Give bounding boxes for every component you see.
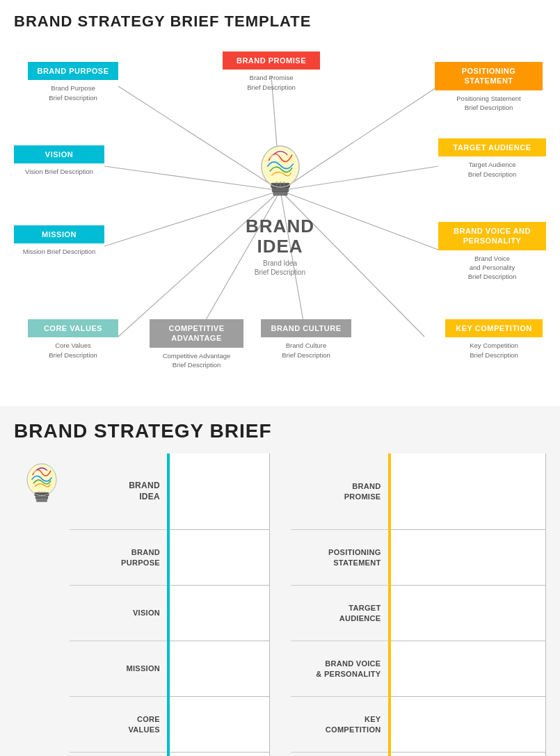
right-cell-positioning — [391, 530, 547, 586]
key-competition-label: KEY COMPETITION — [445, 319, 543, 337]
brand-promise-desc: Brand PromiseBrief Description — [223, 73, 320, 92]
right-label-key-competition: KEYCOMPETITION — [291, 697, 388, 753]
vision-desc: Vision Brief Description — [14, 167, 104, 176]
svg-point-19 — [269, 154, 279, 161]
bottom-section: BRAND STRATEGY BRIEF — [0, 406, 560, 756]
core-values-desc: Core ValuesBrief Description — [28, 341, 118, 360]
positioning-desc: Positioning StatementBrief Description — [435, 94, 543, 113]
left-label-brand-purpose: BRANDPURPOSE — [70, 530, 167, 586]
brand-purpose-desc: Brand PurposeBrief Description — [28, 83, 118, 102]
brand-voice-desc: Brand Voiceand PersonalityBrief Descript… — [438, 254, 546, 282]
brand-culture-desc: Brand CultureBrief Description — [261, 341, 351, 360]
right-cell-brand-promise — [391, 453, 547, 530]
brand-voice-label: BRAND VOICE AND PERSONALITY — [438, 222, 546, 250]
brief-table: BRANDIDEA BRANDPURPOSE VISION MISSION CO… — [14, 453, 546, 756]
brief-left-content — [167, 453, 270, 756]
left-cell-core-values — [170, 697, 270, 753]
svg-point-28 — [33, 470, 40, 476]
brief-left-half: BRANDIDEA BRANDPURPOSE VISION MISSION CO… — [14, 453, 270, 756]
brief-right-half: BRANDPROMISE POSITIONINGSTATEMENT TARGET… — [291, 453, 547, 756]
satellite-brand-voice: BRAND VOICE AND PERSONALITY Brand Voicea… — [438, 222, 546, 281]
bottom-title: BRAND STRATEGY BRIEF — [14, 420, 546, 442]
core-values-label: CORE VALUES — [28, 319, 118, 337]
satellite-competitive-advantage: COMPETITIVE ADVANTAGE Competitive Advant… — [150, 319, 243, 369]
brand-purpose-label: BRAND PURPOSE — [28, 62, 118, 80]
satellite-vision: VISION Vision Brief Description — [14, 145, 104, 177]
left-label-brand-culture: BRANDCULTURE — [70, 753, 167, 756]
vision-label: VISION — [14, 145, 104, 163]
satellite-positioning: POSITIONING STATEMENT Positioning Statem… — [435, 62, 543, 112]
page-main-title: BRAND STRATEGY BRIEF TEMPLATE — [14, 13, 546, 31]
left-label-core-values: COREVALUES — [70, 697, 167, 753]
satellite-brand-promise: BRAND PROMISE Brand PromiseBrief Descrip… — [223, 51, 320, 92]
brand-culture-label: BRAND CULTURE — [261, 319, 351, 337]
bulb-column — [14, 453, 70, 756]
satellite-core-values: CORE VALUES Core ValuesBrief Description — [28, 319, 118, 360]
brand-idea-desc: Brand Idea Brief Description — [225, 259, 336, 277]
competitive-label: COMPETITIVE ADVANTAGE — [150, 319, 243, 348]
positioning-label: POSITIONING STATEMENT — [435, 62, 543, 90]
target-label: TARGET AUDIENCE — [438, 138, 546, 156]
svg-rect-22 — [35, 496, 48, 499]
right-label-brand-promise: BRANDPROMISE — [291, 453, 388, 530]
satellite-mission: MISSION Mission Brief Description — [14, 225, 104, 257]
satellite-brand-culture: BRAND CULTURE Brand CultureBrief Descrip… — [261, 319, 351, 360]
svg-rect-13 — [272, 188, 289, 192]
key-competition-desc: Key CompetitionBrief Description — [445, 341, 543, 360]
satellite-brand-purpose: BRAND PURPOSE Brand PurposeBrief Descrip… — [28, 62, 118, 102]
top-section: BRAND STRATEGY BRIEF TEMPLATE — [0, 0, 560, 406]
left-cell-brand-culture — [170, 753, 270, 756]
right-label-target: TARGETAUDIENCE — [291, 586, 388, 641]
left-label-mission: MISSION — [70, 641, 167, 697]
brief-separator — [270, 453, 291, 756]
right-cell-key-competition — [391, 697, 547, 753]
right-cell-brand-voice — [391, 641, 547, 697]
right-cell-competitive — [391, 753, 547, 756]
target-desc: Target AudienceBrief Description — [438, 160, 546, 179]
brand-promise-label: BRAND PROMISE — [223, 51, 320, 70]
left-cell-brand-idea — [170, 453, 270, 530]
brand-idea-label: BRAND IDEA — [225, 216, 336, 256]
svg-rect-14 — [273, 192, 287, 195]
center-brand-idea: BRAND IDEA Brand Idea Brief Description — [225, 137, 336, 277]
left-label-vision: VISION — [70, 586, 167, 641]
brief-bulb-icon — [17, 457, 66, 516]
svg-rect-23 — [36, 499, 47, 502]
competitive-desc: Competitive AdvantageBrief Description — [150, 351, 243, 370]
mission-desc: Mission Brief Description — [14, 247, 104, 256]
left-label-brand-idea: BRANDIDEA — [70, 453, 167, 530]
left-cell-vision — [170, 586, 270, 641]
right-label-competitive: COMPETITIVEADVANTAGE — [291, 753, 388, 756]
right-cell-target — [391, 586, 547, 641]
right-label-brand-voice: BRAND VOICE& PERSONALITY — [291, 641, 388, 697]
brief-right-labels: BRANDPROMISE POSITIONINGSTATEMENT TARGET… — [291, 453, 388, 756]
left-cell-brand-purpose — [170, 530, 270, 586]
right-label-positioning: POSITIONINGSTATEMENT — [291, 530, 388, 586]
mind-map: BRAND IDEA Brand Idea Brief Description … — [14, 38, 546, 399]
left-cell-mission — [170, 641, 270, 697]
bulb-icon — [249, 137, 312, 214]
mission-label: MISSION — [14, 225, 104, 243]
brief-right-content — [388, 453, 547, 756]
satellite-key-competition: KEY COMPETITION Key CompetitionBrief Des… — [445, 319, 543, 360]
satellite-target-audience: TARGET AUDIENCE Target AudienceBrief Des… — [438, 138, 546, 179]
brief-left-labels: BRANDIDEA BRANDPURPOSE VISION MISSION CO… — [70, 453, 167, 756]
